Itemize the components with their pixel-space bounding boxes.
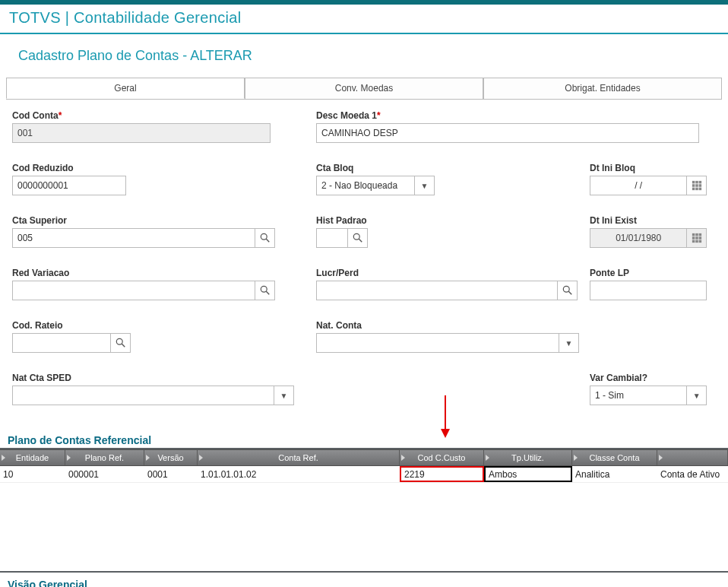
svg-rect-5: [698, 184, 701, 187]
svg-rect-8: [698, 188, 701, 191]
svg-rect-6: [692, 188, 695, 191]
svg-rect-13: [692, 233, 695, 236]
dropdown-nat-cta-sped[interactable]: ▼: [274, 386, 294, 405]
lookup-hist-padrao[interactable]: [348, 228, 368, 248]
svg-point-26: [116, 338, 122, 344]
datepicker-dt-ini-bloq[interactable]: [687, 176, 707, 195]
input-ponte-lp[interactable]: [590, 281, 707, 300]
cell-extra: Conta de Ativo: [657, 466, 728, 482]
svg-rect-0: [692, 181, 695, 184]
svg-rect-18: [698, 236, 701, 240]
label-hist-padrao: Hist Padrao: [316, 215, 578, 226]
select-cta-bloq[interactable]: 2 - Nao Bloqueada: [316, 176, 415, 195]
grid-header: Entidade Plano Ref. Versão Conta Ref. Co…: [0, 449, 728, 466]
col-versao[interactable]: Versão: [144, 450, 198, 465]
svg-line-23: [266, 291, 269, 294]
input-cta-superior[interactable]: 005: [12, 228, 255, 248]
label-lucr-perd: Lucr/Perd: [316, 268, 578, 278]
svg-rect-2: [698, 181, 701, 184]
svg-rect-15: [698, 233, 701, 236]
dropdown-var-cambial[interactable]: ▼: [687, 386, 707, 405]
input-red-variacao[interactable]: [12, 281, 255, 300]
search-icon: [116, 338, 126, 348]
calendar-grid-icon: [692, 180, 702, 191]
select-var-cambial[interactable]: 1 - Sim: [590, 386, 687, 405]
lookup-red-variacao[interactable]: [255, 281, 275, 300]
input-lucr-perd[interactable]: [316, 281, 558, 300]
svg-line-25: [568, 291, 571, 294]
svg-rect-16: [692, 236, 695, 240]
table-row[interactable]: 10 000001 0001 1.01.01.01.02 2219 Ambos …: [0, 466, 728, 483]
col-entidade[interactable]: Entidade: [0, 450, 65, 465]
svg-line-12: [359, 239, 362, 242]
svg-rect-21: [698, 240, 701, 243]
input-cod-rateio[interactable]: [12, 333, 111, 353]
search-icon: [260, 233, 271, 243]
col-tp-utiliz[interactable]: Tp.Utiliz.: [484, 450, 572, 465]
label-cod-reduzido: Cod Reduzido: [12, 163, 304, 173]
cell-cod-ccusto[interactable]: 2219: [400, 466, 484, 482]
svg-rect-14: [695, 233, 698, 236]
input-cod-reduzido[interactable]: 0000000001: [12, 176, 126, 195]
cell-classe-conta: Analitica: [572, 466, 657, 482]
svg-line-27: [122, 344, 125, 347]
input-hist-padrao[interactable]: [316, 228, 348, 248]
svg-rect-7: [695, 188, 698, 191]
section-plano-ref-title: Plano de Contas Referencial: [0, 430, 728, 449]
search-icon: [562, 285, 573, 296]
svg-rect-17: [695, 236, 698, 240]
label-ponte-lp: Ponte LP: [590, 268, 707, 278]
label-cod-rateio: Cod. Rateio: [12, 320, 304, 331]
tab-bar: Geral Conv. Moedas Obrigat. Entidades: [6, 78, 722, 99]
input-dt-ini-bloq[interactable]: / /: [590, 176, 687, 195]
cell-conta-ref: 1.01.01.01.02: [198, 466, 400, 482]
input-dt-ini-exist: 01/01/1980: [590, 228, 687, 248]
input-desc-moeda1[interactable]: CAMINHAO DESP: [316, 123, 699, 143]
select-nat-cta-sped[interactable]: [12, 386, 274, 405]
col-classe-conta[interactable]: Classe Conta: [572, 450, 657, 465]
section-visao-title: Visão Gerencial: [0, 574, 728, 587]
label-dt-ini-exist: Dt Ini Exist: [590, 215, 707, 226]
dropdown-nat-conta[interactable]: ▼: [559, 333, 579, 353]
svg-rect-3: [692, 184, 695, 187]
label-red-variacao: Red Variacao: [12, 268, 304, 278]
cell-entidade: 10: [0, 466, 65, 482]
svg-rect-20: [695, 240, 698, 243]
cell-plano-ref: 000001: [65, 466, 144, 482]
col-extra[interactable]: [657, 450, 728, 465]
search-icon: [353, 233, 363, 243]
tab-obrigat-entidades[interactable]: Obrigat. Entidades: [483, 78, 722, 99]
label-nat-cta-sped: Nat Cta SPED: [12, 373, 304, 383]
lookup-lucr-perd[interactable]: [558, 281, 578, 300]
datepicker-dt-ini-exist[interactable]: [687, 228, 707, 248]
col-conta-ref[interactable]: Conta Ref.: [198, 450, 400, 465]
tab-conv-moedas[interactable]: Conv. Moedas: [245, 78, 483, 99]
page-title: Cadastro Plano de Contas - ALTERAR: [0, 34, 728, 78]
select-nat-conta[interactable]: [316, 333, 559, 353]
svg-rect-19: [692, 240, 695, 243]
col-plano-ref[interactable]: Plano Ref.: [65, 450, 144, 465]
calendar-grid-icon: [692, 233, 702, 243]
svg-point-11: [353, 233, 359, 240]
input-cod-conta[interactable]: 001: [12, 123, 271, 143]
grid-plano-ref: Entidade Plano Ref. Versão Conta Ref. Co…: [0, 449, 728, 573]
label-var-cambial: Var Cambial?: [590, 373, 707, 383]
svg-point-24: [563, 286, 569, 292]
svg-point-22: [261, 286, 267, 292]
label-cta-superior: Cta Superior: [12, 215, 304, 226]
app-title: TOTVS | Contabilidade Gerencial: [0, 5, 728, 34]
label-cta-bloq: Cta Bloq: [316, 163, 578, 173]
dropdown-cta-bloq[interactable]: ▼: [415, 176, 435, 195]
label-desc-moeda1: Desc Moeda 1*: [316, 110, 699, 121]
cell-tp-utiliz[interactable]: Ambos: [484, 466, 572, 482]
col-cod-ccusto[interactable]: Cod C.Custo: [400, 450, 484, 465]
cell-versao: 0001: [144, 466, 198, 482]
svg-rect-1: [695, 181, 698, 184]
grid-body: 10 000001 0001 1.01.01.01.02 2219 Ambos …: [0, 466, 728, 573]
lookup-cta-superior[interactable]: [255, 228, 275, 248]
svg-point-9: [261, 233, 267, 240]
tab-geral[interactable]: Geral: [6, 78, 245, 99]
lookup-cod-rateio[interactable]: [111, 333, 131, 353]
label-nat-conta: Nat. Conta: [316, 320, 707, 331]
svg-line-10: [266, 239, 269, 242]
